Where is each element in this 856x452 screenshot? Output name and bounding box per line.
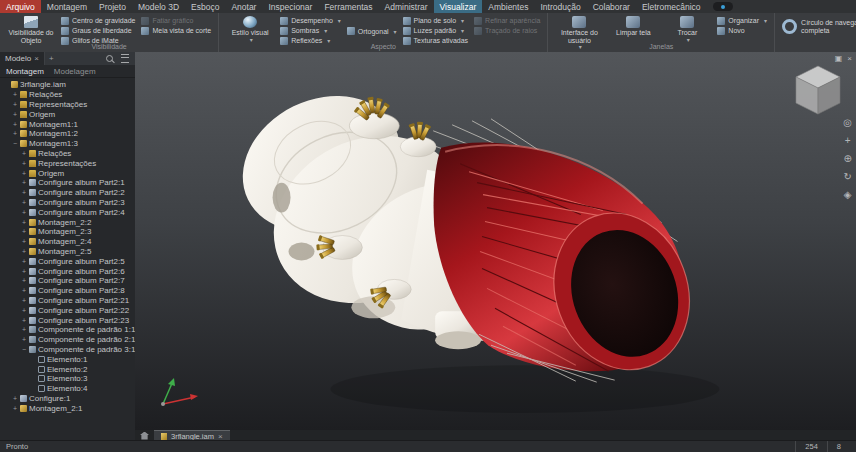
view-cube[interactable] xyxy=(792,62,844,118)
tree-item[interactable]: +Montagem1:2 xyxy=(2,129,135,139)
expand-icon[interactable]: + xyxy=(21,150,27,157)
tree-item[interactable]: +Configure:1 xyxy=(2,394,135,404)
menu-tab-ambientes[interactable]: Ambientes xyxy=(482,0,534,13)
menu-tab-montagem[interactable]: Montagem xyxy=(41,0,93,13)
estilo-visual-button[interactable]: Estilo visual▾ xyxy=(226,15,274,43)
menubar-extra-icon[interactable] xyxy=(713,2,733,11)
expand-icon[interactable]: + xyxy=(12,121,18,128)
tree-item[interactable]: +Configure album Part2:7 xyxy=(2,276,135,286)
subtab-montagem[interactable]: Montagem xyxy=(6,67,44,76)
zoom-icon[interactable]: ⊕ xyxy=(843,154,851,164)
limpar-tela-button[interactable]: Limpar tela xyxy=(609,15,657,37)
tree-item[interactable]: +Configure album Part2:22 xyxy=(2,305,135,315)
collapse-icon[interactable]: − xyxy=(21,346,27,353)
tree-item[interactable]: +Montagem_2:3 xyxy=(2,227,135,237)
subtab-modelagem[interactable]: Modelagem xyxy=(54,67,96,76)
menu-icon[interactable] xyxy=(121,54,129,63)
expand-icon[interactable]: + xyxy=(21,179,27,186)
expand-icon[interactable]: + xyxy=(21,219,27,226)
tree-item[interactable]: +Configure album Part2:4 xyxy=(2,207,135,217)
close-icon[interactable]: × xyxy=(34,54,39,63)
expand-icon[interactable]: + xyxy=(21,287,27,294)
expand-icon[interactable]: + xyxy=(21,277,27,284)
expand-icon[interactable]: + xyxy=(12,111,18,118)
navigation-wheel-icon[interactable]: ◎ xyxy=(843,118,852,128)
expand-icon[interactable]: + xyxy=(21,248,27,255)
tree-item[interactable]: +Relações xyxy=(2,90,135,100)
viewport-3d[interactable]: ▣× ◎+⊕↻◈ xyxy=(135,52,856,430)
expand-icon[interactable]: + xyxy=(12,130,18,137)
expand-icon[interactable]: + xyxy=(21,189,27,196)
tree-item[interactable]: +Componente de padrão 1:1 xyxy=(2,325,135,335)
tree-item[interactable]: +Configure album Part2:1 xyxy=(2,178,135,188)
expand-icon[interactable]: + xyxy=(21,170,27,177)
tree-item[interactable]: +Relações xyxy=(2,149,135,159)
tree-item[interactable]: Elemento:2 xyxy=(2,364,135,374)
visibilidade-do-objeto-button[interactable]: Visibilidade do Objeto xyxy=(7,15,55,44)
menu-tab-colaborar[interactable]: Colaborar xyxy=(587,0,636,13)
sombras-button[interactable]: Sombras▾ xyxy=(280,26,341,35)
expand-icon[interactable]: + xyxy=(21,307,27,314)
expand-icon[interactable]: + xyxy=(12,91,18,98)
menu-tab-esboco[interactable]: Esboço xyxy=(185,0,225,13)
expand-icon[interactable]: + xyxy=(21,238,27,245)
tree-item[interactable]: +Configure album Part2:2 xyxy=(2,188,135,198)
tree-item[interactable]: +Montagem1:1 xyxy=(2,119,135,129)
menu-tab-anotar[interactable]: Anotar xyxy=(225,0,262,13)
plano-de-solo-button[interactable]: Plano de solo▾ xyxy=(403,16,468,25)
expand-icon[interactable]: + xyxy=(21,160,27,167)
expand-icon[interactable]: + xyxy=(12,395,18,402)
expand-icon[interactable]: + xyxy=(21,336,27,343)
pan-icon[interactable]: + xyxy=(845,136,851,146)
menu-tab-eletromecanico[interactable]: Eletromecânico xyxy=(636,0,707,13)
menu-tab-arquivo[interactable]: Arquivo xyxy=(0,0,41,13)
tree-item[interactable]: +Componente de padrão 2:1 xyxy=(2,335,135,345)
menu-tab-administrar[interactable]: Administrar xyxy=(379,0,434,13)
tree-item[interactable]: +Montagem_2:5 xyxy=(2,247,135,257)
menu-tab-introducao[interactable]: Introdução xyxy=(534,0,586,13)
tree-item[interactable]: Elemento:3 xyxy=(2,374,135,384)
expand-icon[interactable]: + xyxy=(21,317,27,324)
add-tab-button[interactable]: + xyxy=(45,54,58,63)
tree-item[interactable]: Elemento:1 xyxy=(2,354,135,364)
trocar-button[interactable]: Trocar▾ xyxy=(663,15,711,43)
organizar-button[interactable]: Organizar▾ xyxy=(717,16,767,25)
tree-item[interactable]: +Montagem_2:2 xyxy=(2,217,135,227)
expand-icon[interactable]: + xyxy=(12,405,18,412)
ortogonal-button[interactable]: Ortogonal▾ xyxy=(347,27,397,36)
browser-tab-modelo[interactable]: Modelo × xyxy=(0,52,45,65)
expand-icon[interactable]: + xyxy=(21,258,27,265)
restore-window-icon[interactable]: ▣ xyxy=(835,54,843,63)
expand-icon[interactable]: + xyxy=(21,297,27,304)
menu-tab-inspecionar[interactable]: Inspecionar xyxy=(262,0,318,13)
centro-de-gravidade-button[interactable]: Centro de gravidade xyxy=(61,16,135,25)
tree-item[interactable]: +Representações xyxy=(2,158,135,168)
tree-item[interactable]: −Montagem1:3 xyxy=(2,139,135,149)
expand-icon[interactable]: + xyxy=(21,209,27,216)
expand-icon[interactable]: + xyxy=(21,326,27,333)
circulo-de-navegacao-completa-button[interactable]: Círculo de navegação completa xyxy=(782,18,856,35)
tree-item[interactable]: +Configure album Part2:3 xyxy=(2,198,135,208)
expand-icon[interactable]: + xyxy=(21,228,27,235)
tree-item[interactable]: Elemento:4 xyxy=(2,384,135,394)
tree-item[interactable]: +Configure album Part2:6 xyxy=(2,266,135,276)
look-at-icon[interactable]: ◈ xyxy=(844,190,852,200)
tree-item[interactable]: +Origem xyxy=(2,168,135,178)
tree-item[interactable]: 3rflangle.iam xyxy=(2,80,135,90)
home-icon[interactable] xyxy=(140,432,149,440)
tree-item[interactable]: +Origem xyxy=(2,109,135,119)
expand-icon[interactable]: + xyxy=(12,101,18,108)
graus-de-liberdade-button[interactable]: Graus de liberdade xyxy=(61,26,135,35)
search-icon[interactable] xyxy=(106,55,113,62)
close-window-icon[interactable]: × xyxy=(847,54,852,63)
expand-icon[interactable]: + xyxy=(21,268,27,275)
tree-item[interactable]: +Montagem_2:4 xyxy=(2,237,135,247)
tree-item[interactable]: +Configure album Part2:21 xyxy=(2,296,135,306)
meia-vista-de-corte-button[interactable]: Meia vista de corte xyxy=(141,26,211,35)
menu-tab-projeto[interactable]: Projeto xyxy=(93,0,132,13)
tree-item[interactable]: +Configure album Part2:23 xyxy=(2,315,135,325)
orbit-icon[interactable]: ↻ xyxy=(843,172,851,182)
menu-tab-visualizar[interactable]: Visualizar xyxy=(434,0,483,13)
tree-item[interactable]: +Configure album Part2:5 xyxy=(2,256,135,266)
menu-tab-modelo-3d[interactable]: Modelo 3D xyxy=(132,0,185,13)
